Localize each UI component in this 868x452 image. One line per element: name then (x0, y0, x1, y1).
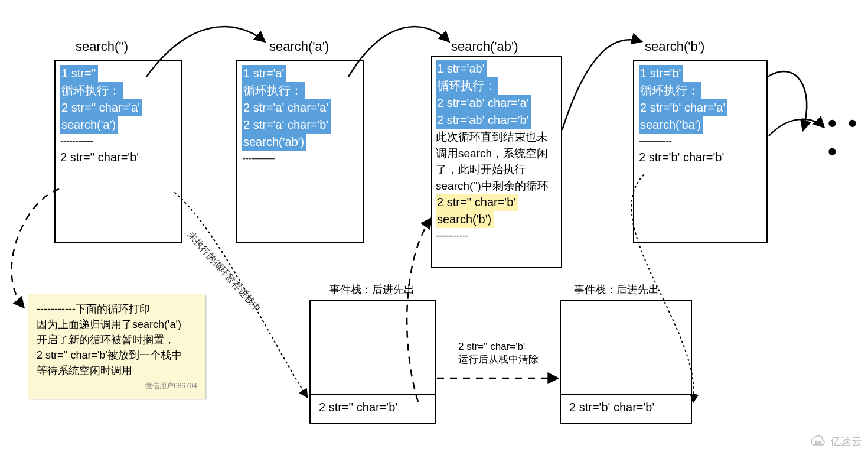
box3-l2: 循环执行： (436, 77, 498, 95)
box4-l1: 1 str='b' (639, 65, 683, 82)
watermark: 亿速云 (810, 434, 862, 448)
title-search-a: search('a') (269, 39, 329, 54)
box3-note4: search('')中剩余的循环 (436, 178, 556, 194)
edge-l2: 运行后从栈中清除 (458, 353, 539, 366)
svg-point-1 (819, 441, 821, 444)
cloud-icon (810, 435, 827, 447)
title-search-empty: search('') (76, 39, 128, 54)
box2-l3: 2 str='a' char='a' (242, 99, 331, 116)
box3-l1: 1 str='ab' (436, 60, 487, 77)
note-l4: 2 str='' char='b'被放到一个栈中 (37, 347, 197, 363)
box1-l4: search('a') (60, 116, 118, 134)
box1-l3: 2 str='' char='a' (60, 99, 142, 116)
box3-note2: 调用search，系统空闲 (436, 145, 556, 162)
box-search-empty: 1 str='' 循环执行： 2 str='' char='a' search(… (54, 60, 182, 243)
box-search-b: 1 str='b' 循环执行： 2 str='b' char='a' searc… (633, 60, 768, 243)
box2-l5: search('ab') (242, 134, 306, 151)
stack-label-1: 事件栈：后进先出 (329, 282, 415, 297)
watermark-text: 亿速云 (830, 434, 862, 448)
box1-l5: 2 str='' char='b' (60, 149, 176, 166)
box2-l2: 循环执行： (242, 82, 305, 99)
stack-box-1: 2 str='' char='b' (309, 300, 436, 424)
box4-l3: 2 str='b' char='a' (639, 99, 727, 116)
title-search-ab: search('ab') (451, 39, 518, 54)
note-l2: 因为上面递归调用了search('a') (37, 317, 197, 332)
stack2-sep (561, 394, 691, 395)
box-search-a: 1 str='a' 循环执行： 2 str='a' char='a' 2 str… (236, 60, 364, 243)
note-sig: 微信用户686704 (37, 381, 197, 392)
title-search-b: search('b') (645, 39, 704, 54)
box3-y2: search('b') (436, 211, 494, 228)
box3-dash: ----------- (436, 228, 556, 243)
note-l3: 开启了新的循环被暂时搁置， (37, 332, 197, 347)
edge-label-clear: 2 str='' char='b' 运行后从栈中清除 (458, 340, 539, 366)
box1-l1: 1 str='' (60, 65, 98, 82)
edge-l1: 2 str='' char='b' (458, 340, 539, 353)
stack-label-2: 事件栈：后进先出 (574, 282, 659, 297)
box2-l4: 2 str='a' char='b' (242, 116, 331, 134)
box3-l3: 2 str='ab' char='a' (436, 95, 531, 112)
box3-l4: 2 str='ab' char='b' (436, 112, 531, 129)
box1-l2: 循环执行： (60, 82, 123, 99)
note-l1: -----------下面的循环打印 (37, 301, 197, 317)
stack2-item: 2 str='b' char='b' (569, 401, 654, 414)
stack-box-2: 2 str='b' char='b' (560, 300, 692, 424)
box1-dash: ----------- (60, 134, 176, 149)
box4-l2: 循环执行： (639, 82, 701, 99)
svg-point-0 (815, 441, 818, 444)
box4-l5: 2 str='b' char='b' (639, 149, 762, 166)
ellipsis-dots: • • • (828, 109, 868, 166)
box2-dash: ----------- (242, 151, 358, 166)
box3-y1: 2 str='' char='b' (436, 194, 518, 211)
box4-l4: search('ba') (639, 116, 703, 134)
note-yellow: -----------下面的循环打印 因为上面递归调用了search('a') … (28, 294, 205, 399)
note-l5: 等待系统空闲时调用 (37, 363, 197, 378)
box3-note3: 了，此时开始执行 (436, 161, 556, 178)
box4-dash: ----------- (639, 134, 762, 149)
box3-note1: 此次循环直到结束也未 (436, 129, 556, 145)
stack1-item: 2 str='' char='b' (319, 401, 397, 414)
box-search-ab: 1 str='ab' 循环执行： 2 str='ab' char='a' 2 s… (431, 56, 562, 268)
box2-l1: 1 str='a' (242, 65, 286, 82)
stack1-sep (311, 394, 435, 395)
